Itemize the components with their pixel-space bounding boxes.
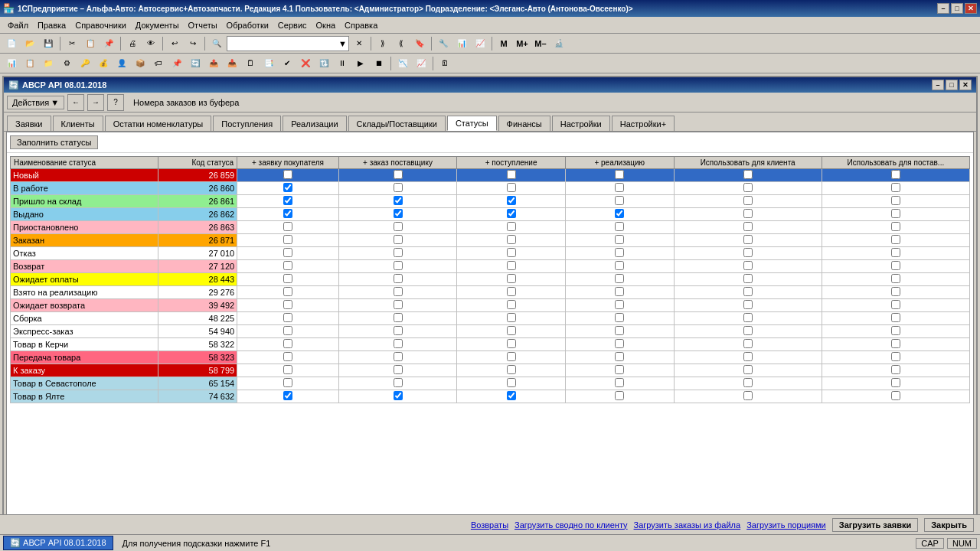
tb-print[interactable]: 🖨: [124, 35, 141, 52]
row-chk-1[interactable]: [237, 286, 339, 299]
tb2-btn6[interactable]: 💰: [95, 55, 112, 72]
tb2-btn8[interactable]: 📦: [132, 55, 149, 72]
row-chk-3[interactable]: [457, 182, 566, 195]
tb-paste[interactable]: 📌: [100, 35, 117, 52]
actions-help[interactable]: ?: [107, 94, 124, 111]
tab-statuses[interactable]: Статусы: [447, 116, 497, 131]
tab-orders[interactable]: Заявки: [7, 116, 51, 131]
table-row[interactable]: К заказу58 799: [11, 364, 970, 377]
row-chk-2[interactable]: [338, 338, 457, 351]
row-chk-5[interactable]: [674, 208, 822, 221]
tb-new[interactable]: 📄: [3, 35, 20, 52]
row-chk-5[interactable]: [674, 299, 822, 312]
row-chk-5[interactable]: [674, 182, 822, 195]
tb2-btn1[interactable]: 📊: [3, 55, 20, 72]
link-returns[interactable]: Возвраты: [471, 520, 508, 530]
table-row[interactable]: Товар в Керчи58 322: [11, 338, 970, 351]
tb-m2[interactable]: M+: [514, 35, 531, 52]
tb2-btn21[interactable]: ⏹: [371, 55, 387, 72]
row-chk-6[interactable]: [822, 364, 969, 377]
tb2-graph2[interactable]: 📈: [413, 55, 430, 72]
row-chk-3[interactable]: [457, 351, 566, 364]
tb-m3[interactable]: M–: [532, 35, 549, 52]
tb2-btn12[interactable]: 📤: [205, 55, 222, 72]
tb2-btn7[interactable]: 👤: [113, 55, 130, 72]
tb2-btn9[interactable]: 🏷: [150, 55, 167, 72]
row-chk-2[interactable]: [338, 299, 457, 312]
row-chk-4[interactable]: [565, 260, 674, 273]
table-row[interactable]: Товар в Ялте74 632: [11, 390, 970, 403]
row-chk-5[interactable]: [674, 195, 822, 208]
tb2-btn2[interactable]: 📋: [21, 55, 38, 72]
tb-cut[interactable]: ✂: [64, 35, 80, 52]
row-chk-3[interactable]: [457, 234, 566, 247]
tab-receipts[interactable]: Поступления: [213, 116, 281, 131]
taskbar-task[interactable]: 🔄 АВСР API 08.01.2018: [3, 536, 113, 550]
tb-btn-8[interactable]: 🔖: [411, 35, 428, 52]
row-chk-4[interactable]: [565, 169, 674, 182]
row-chk-3[interactable]: [457, 299, 566, 312]
table-row[interactable]: Возврат27 120: [11, 260, 970, 273]
tb-copy[interactable]: 📋: [82, 35, 99, 52]
row-chk-5[interactable]: [674, 286, 822, 299]
tb-btn-6[interactable]: ⟫: [374, 35, 391, 52]
row-chk-2[interactable]: [338, 273, 457, 286]
table-row[interactable]: Заказан26 871: [11, 234, 970, 247]
row-chk-2[interactable]: [338, 377, 457, 390]
tb2-btn18[interactable]: 🔃: [315, 55, 332, 72]
row-chk-3[interactable]: [457, 312, 566, 325]
row-chk-1[interactable]: [237, 390, 339, 403]
row-chk-4[interactable]: [565, 338, 674, 351]
menu-file[interactable]: Файл: [3, 19, 33, 31]
row-chk-5[interactable]: [674, 260, 822, 273]
row-chk-1[interactable]: [237, 221, 339, 234]
tb-preview[interactable]: 👁: [142, 35, 159, 52]
tb2-btn19[interactable]: ⏸: [334, 55, 351, 72]
row-chk-1[interactable]: [237, 208, 339, 221]
row-chk-4[interactable]: [565, 195, 674, 208]
table-row[interactable]: Ожидает возврата39 492: [11, 299, 970, 312]
tb2-btn13[interactable]: 📥: [224, 55, 240, 72]
menu-service[interactable]: Сервис: [273, 19, 312, 31]
row-chk-2[interactable]: [338, 195, 457, 208]
row-chk-2[interactable]: [338, 247, 457, 260]
row-chk-3[interactable]: [457, 247, 566, 260]
row-chk-6[interactable]: [822, 299, 969, 312]
inner-minimize[interactable]: –: [932, 80, 944, 90]
row-chk-6[interactable]: [822, 286, 969, 299]
row-chk-6[interactable]: [822, 234, 969, 247]
row-chk-2[interactable]: [338, 234, 457, 247]
tb-calc[interactable]: 🔬: [550, 35, 567, 52]
table-row[interactable]: Взято на реализацию29 276: [11, 286, 970, 299]
tb2-btn11[interactable]: 🔄: [187, 55, 204, 72]
row-chk-4[interactable]: [565, 312, 674, 325]
row-chk-1[interactable]: [237, 377, 339, 390]
row-chk-1[interactable]: [237, 260, 339, 273]
row-chk-2[interactable]: [338, 325, 457, 338]
row-chk-5[interactable]: [674, 325, 822, 338]
row-chk-3[interactable]: [457, 221, 566, 234]
close-button[interactable]: Закрыть: [924, 518, 974, 532]
row-chk-4[interactable]: [565, 390, 674, 403]
fill-statuses-button[interactable]: Заполнить статусы: [10, 135, 98, 149]
tb2-btn14[interactable]: 🗒: [242, 55, 259, 72]
tab-warehouses[interactable]: Склады/Поставщики: [348, 116, 446, 131]
row-chk-6[interactable]: [822, 377, 969, 390]
row-chk-5[interactable]: [674, 390, 822, 403]
row-chk-3[interactable]: [457, 286, 566, 299]
row-chk-6[interactable]: [822, 182, 969, 195]
row-chk-2[interactable]: [338, 351, 457, 364]
row-chk-1[interactable]: [237, 351, 339, 364]
close-button[interactable]: ✕: [965, 3, 977, 14]
row-chk-2[interactable]: [338, 182, 457, 195]
tb2-btn10[interactable]: 📌: [168, 55, 185, 72]
row-chk-6[interactable]: [822, 351, 969, 364]
link-load-portions[interactable]: Загрузить порциями: [746, 520, 826, 530]
row-chk-2[interactable]: [338, 364, 457, 377]
row-chk-1[interactable]: [237, 182, 339, 195]
tab-sales[interactable]: Реализации: [283, 116, 346, 131]
row-chk-6[interactable]: [822, 195, 969, 208]
tb2-btn17[interactable]: ❌: [297, 55, 314, 72]
row-chk-6[interactable]: [822, 325, 969, 338]
link-summary[interactable]: Загрузить сводно по клиенту: [514, 520, 628, 530]
